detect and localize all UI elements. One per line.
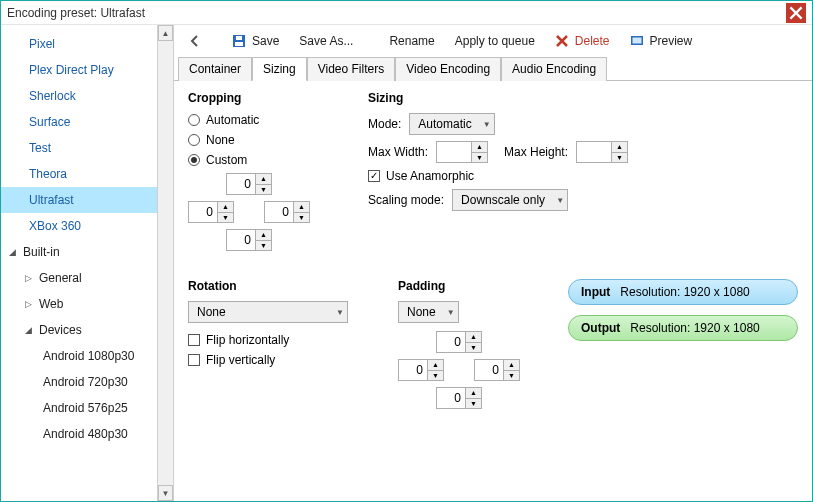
group-builtin[interactable]: ◢Built-in (1, 239, 157, 265)
checkbox-icon (188, 354, 200, 366)
scaling-mode-select[interactable]: Downscale only▼ (452, 189, 568, 211)
maxwidth-label: Max Width: (368, 145, 428, 159)
titlebar: Encoding preset: Ultrafast (1, 1, 812, 25)
group-devices[interactable]: ◢Devices (1, 317, 157, 343)
back-button[interactable] (182, 30, 208, 52)
pad-left-input[interactable]: 0▲▼ (398, 359, 444, 381)
device-android-480p30[interactable]: Android 480p30 (1, 421, 157, 447)
preset-xbox360[interactable]: XBox 360 (1, 213, 157, 239)
delete-button[interactable]: Delete (547, 30, 618, 52)
crop-bottom-input[interactable]: 0▲▼ (226, 229, 272, 251)
preset-surface[interactable]: Surface (1, 109, 157, 135)
mode-select[interactable]: Automatic▼ (409, 113, 494, 135)
spin-up-icon[interactable]: ▲ (612, 142, 627, 153)
device-android-720p30[interactable]: Android 720p30 (1, 369, 157, 395)
group-general[interactable]: ▷General (1, 265, 157, 291)
spin-up-icon[interactable]: ▲ (428, 360, 443, 371)
device-android-576p25[interactable]: Android 576p25 (1, 395, 157, 421)
save-as-button[interactable]: Save As... (291, 30, 361, 52)
sidebar-scrollbar[interactable]: ▲ ▼ (157, 25, 173, 501)
pad-right-input[interactable]: 0▲▼ (474, 359, 520, 381)
caret-right-icon: ▷ (25, 299, 35, 309)
scroll-track[interactable] (158, 41, 173, 485)
chevron-down-icon: ▼ (444, 308, 458, 317)
cropping-heading: Cropping (188, 91, 338, 105)
cropping-automatic-radio[interactable]: Automatic (188, 113, 338, 127)
preset-sherlock[interactable]: Sherlock (1, 83, 157, 109)
spin-down-icon[interactable]: ▼ (472, 153, 487, 163)
apply-to-queue-button[interactable]: Apply to queue (447, 30, 543, 52)
mode-label: Mode: (368, 117, 401, 131)
spin-up-icon[interactable]: ▲ (218, 202, 233, 213)
svg-rect-1 (235, 42, 243, 46)
spin-down-icon[interactable]: ▼ (466, 343, 481, 353)
cropping-custom-radio[interactable]: Custom (188, 153, 338, 167)
spin-down-icon[interactable]: ▼ (466, 399, 481, 409)
spin-up-icon[interactable]: ▲ (256, 230, 271, 241)
spin-down-icon[interactable]: ▼ (428, 371, 443, 381)
main-panel: Save Save As... Rename Apply to queue De… (174, 25, 812, 501)
close-icon (789, 6, 803, 20)
tab-sizing[interactable]: Sizing (252, 57, 307, 81)
preset-plex[interactable]: Plex Direct Play (1, 57, 157, 83)
scroll-up-button[interactable]: ▲ (158, 25, 173, 41)
use-anamorphic-checkbox[interactable]: ✓Use Anamorphic (368, 169, 628, 183)
chevron-down-icon: ▼ (553, 196, 567, 205)
crop-left-input[interactable]: 0▲▼ (188, 201, 234, 223)
preview-icon (630, 34, 644, 48)
preview-button[interactable]: Preview (622, 30, 701, 52)
caret-down-icon: ◢ (25, 325, 35, 335)
scroll-down-button[interactable]: ▼ (158, 485, 173, 501)
cropping-none-radio[interactable]: None (188, 133, 338, 147)
padding-heading: Padding (398, 279, 538, 293)
spin-down-icon[interactable]: ▼ (612, 153, 627, 163)
caret-down-icon: ◢ (9, 247, 19, 257)
preset-tree: Pixel Plex Direct Play Sherlock Surface … (1, 25, 157, 501)
spin-down-icon[interactable]: ▼ (218, 213, 233, 223)
rotation-heading: Rotation (188, 279, 368, 293)
spin-up-icon[interactable]: ▲ (504, 360, 519, 371)
padding-select[interactable]: None▼ (398, 301, 459, 323)
preset-theora[interactable]: Theora (1, 161, 157, 187)
checkbox-icon (188, 334, 200, 346)
spin-up-icon[interactable]: ▲ (466, 332, 481, 343)
spin-down-icon[interactable]: ▼ (256, 185, 271, 195)
flip-vertical-checkbox[interactable]: Flip vertically (188, 353, 368, 367)
close-button[interactable] (786, 3, 806, 23)
tabs: Container Sizing Video Filters Video Enc… (174, 57, 812, 81)
tab-container[interactable]: Container (178, 57, 252, 81)
spin-up-icon[interactable]: ▲ (466, 388, 481, 399)
spin-up-icon[interactable]: ▲ (294, 202, 309, 213)
preset-pixel[interactable]: Pixel (1, 31, 157, 57)
preset-ultrafast[interactable]: Ultrafast (1, 187, 157, 213)
device-android-1080p30[interactable]: Android 1080p30 (1, 343, 157, 369)
spin-down-icon[interactable]: ▼ (256, 241, 271, 251)
maxheight-label: Max Height: (504, 145, 568, 159)
spin-down-icon[interactable]: ▼ (504, 371, 519, 381)
spin-up-icon[interactable]: ▲ (256, 174, 271, 185)
flip-horizontal-checkbox[interactable]: Flip horizontally (188, 333, 368, 347)
tab-audio-encoding[interactable]: Audio Encoding (501, 57, 607, 81)
delete-icon (555, 34, 569, 48)
pad-bottom-input[interactable]: 0▲▼ (436, 387, 482, 409)
maxwidth-input[interactable]: ▲▼ (436, 141, 488, 163)
maxheight-input[interactable]: ▲▼ (576, 141, 628, 163)
tab-video-encoding[interactable]: Video Encoding (395, 57, 501, 81)
svg-rect-4 (632, 38, 641, 44)
input-label: Input (581, 285, 610, 299)
crop-top-input[interactable]: 0▲▼ (226, 173, 272, 195)
padding-grid: 0▲▼ 0▲▼ 0▲▼ 0▲▼ (398, 331, 518, 411)
crop-right-input[interactable]: 0▲▼ (264, 201, 310, 223)
rename-button[interactable]: Rename (381, 30, 442, 52)
save-button[interactable]: Save (224, 30, 287, 52)
tab-video-filters[interactable]: Video Filters (307, 57, 395, 81)
preset-test[interactable]: Test (1, 135, 157, 161)
output-resolution-text: Resolution: 1920 x 1080 (630, 321, 759, 335)
spin-up-icon[interactable]: ▲ (472, 142, 487, 153)
radio-icon (188, 114, 200, 126)
sizing-panel: Cropping Automatic None Custom 0▲▼ 0▲▼ 0… (174, 81, 812, 501)
spin-down-icon[interactable]: ▼ (294, 213, 309, 223)
group-web[interactable]: ▷Web (1, 291, 157, 317)
rotation-select[interactable]: None▼ (188, 301, 348, 323)
pad-top-input[interactable]: 0▲▼ (436, 331, 482, 353)
